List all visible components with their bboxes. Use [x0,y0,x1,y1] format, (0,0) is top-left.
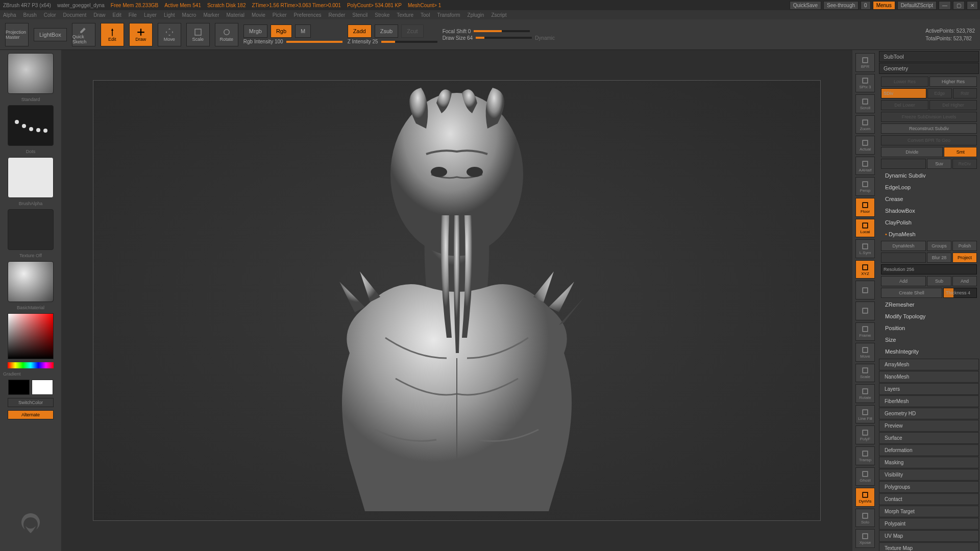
reconstruct-button[interactable]: Reconstruct Subdiv [881,123,977,134]
zcut-button[interactable]: Zcut [401,24,423,38]
dynsub-section[interactable]: Dynamic Subdiv [881,170,977,181]
close-icon[interactable]: ✕ [967,1,978,10]
rgb-intensity-slider[interactable] [286,41,342,43]
palette-uv-map[interactable]: UV Map [879,530,979,542]
zadd-button[interactable]: Zadd [348,24,372,38]
edge-button[interactable]: Edge [927,88,952,98]
sub-button[interactable]: Sub [927,276,951,286]
rotate-mode-button[interactable]: Rotate [215,23,238,46]
and-button[interactable]: And [952,276,977,286]
palette-deformation[interactable]: Deformation [879,444,979,456]
nav-solo[interactable]: Solo [855,509,875,528]
minimize-icon[interactable]: — [939,1,951,10]
menu-movie[interactable]: Movie [252,12,265,18]
claypolish-section[interactable]: ClayPolish [881,217,977,228]
nav-blank[interactable] [855,281,875,299]
nav-spix-3[interactable]: SPix 3 [855,74,875,93]
nav-scale[interactable]: Scale [855,364,875,383]
menu-edit[interactable]: Edit [113,12,121,18]
nav-rotate[interactable]: Rotate [855,384,875,403]
menu-macro[interactable]: Macro [182,12,197,18]
edgeloop-section[interactable]: EdgeLoop [881,182,977,192]
geometry-header[interactable]: Geometry [879,63,979,74]
nav-frame[interactable]: Frame [855,322,875,341]
edit-mode-button[interactable]: Edit [101,23,124,46]
shadowbox-section[interactable]: ShadowBox [881,206,977,216]
subtool-header[interactable]: SubTool [879,51,979,62]
palette-arraymesh[interactable]: ArrayMesh [879,359,979,370]
nav-actual[interactable]: Actual [855,136,875,155]
palette-visibility[interactable]: Visibility [879,469,979,481]
menu-file[interactable]: File [129,12,137,18]
quicksketch-button[interactable]: Quick Sketch [72,23,95,46]
zsub-button[interactable]: Zsub [375,24,398,38]
createshell-button[interactable]: Create Shell [881,288,942,298]
menu-light[interactable]: Light [164,12,175,18]
suv-button[interactable]: Suv [927,159,951,169]
seethrough-label[interactable]: See-through [823,1,859,10]
groups-button[interactable]: Groups [927,241,951,251]
rgb-button[interactable]: Rgb [271,24,292,38]
hue-bar[interactable] [8,362,54,368]
nav-xpose[interactable]: Xpose [855,529,875,548]
stroke-thumb[interactable] [8,105,54,146]
modtopo-section[interactable]: Modify Topology [881,311,977,321]
m-button[interactable]: M [295,24,311,38]
nav-line-fill[interactable]: Line Fill [855,405,875,424]
sdiv-slider[interactable]: SDiv [881,88,926,98]
move-mode-button[interactable]: Move [158,23,181,46]
nav-bpr[interactable]: BPR [855,53,875,72]
resolution-slider[interactable]: Resolution 256 [881,264,977,274]
menu-draw[interactable]: Draw [93,12,105,18]
nav-transp[interactable]: Transp [855,446,875,465]
menu-stroke[interactable]: Stroke [375,12,389,18]
alpha-thumb[interactable] [8,157,54,198]
nav-scroll[interactable]: Scroll [855,94,875,113]
palette-contact[interactable]: Contact [879,493,979,505]
menu-texture[interactable]: Texture [397,12,413,18]
menu-tool[interactable]: Tool [421,12,430,18]
brush-thumb[interactable] [8,53,54,94]
switchcolor-button[interactable]: SwitchColor [8,398,54,407]
nav-floor[interactable]: Floor [855,198,875,217]
lowerres-button[interactable]: Lower Res [881,77,928,87]
divide-button[interactable]: Divide [881,147,943,157]
menu-stencil[interactable]: Stencil [352,12,368,18]
palette-geometry-hd[interactable]: Geometry HD [879,408,979,419]
nav-move[interactable]: Move [855,343,875,362]
nav-blank[interactable] [855,302,875,320]
smt-button[interactable]: Smt [944,147,977,157]
delhigher-button[interactable]: Del Higher [929,100,977,110]
palette-morph-target[interactable]: Morph Target [879,506,979,517]
material-thumb[interactable] [8,261,54,302]
nav-dynvis[interactable]: DynVis [855,488,875,507]
z-intensity-slider[interactable] [381,41,437,43]
dynamesh-section[interactable]: DynaMesh [881,229,977,239]
projection-master-button[interactable]: Projection Master [5,23,29,46]
menu-marker[interactable]: Marker [203,12,219,18]
palette-texture-map[interactable]: Texture Map [879,542,979,551]
menu-material[interactable]: Material [227,12,245,18]
mrgb-button[interactable]: Mrgb [243,24,267,38]
freeze-button[interactable]: Freeze SubDivision Levels [881,112,977,122]
convert-button[interactable]: Convert BPR To Geo [881,135,977,145]
scale-mode-button[interactable]: Scale [186,23,210,46]
draw-mode-button[interactable]: Draw [129,23,153,46]
menu-document[interactable]: Document [63,12,87,18]
dellower-button[interactable]: Del Lower [881,100,928,110]
texture-thumb[interactable] [8,209,54,250]
quicksave-button[interactable]: QuickSave [790,1,821,10]
project-button[interactable]: Project [952,253,977,263]
script-button[interactable]: DefaultZScript [897,1,937,10]
palette-layers[interactable]: Layers [879,383,979,395]
palette-surface[interactable]: Surface [879,432,979,444]
palette-nanomesh[interactable]: NanoMesh [879,371,979,383]
thickness-slider[interactable]: Thickness 4 [943,288,977,298]
maximize-icon[interactable]: ▢ [953,1,965,10]
palette-fibermesh[interactable]: FiberMesh [879,395,979,407]
rediv-button[interactable]: ReDiv [952,159,977,169]
palette-polypaint[interactable]: Polypaint [879,518,979,530]
color-picker[interactable] [8,313,54,359]
menu-transform[interactable]: Transform [437,12,460,18]
nav-aahalf[interactable]: AAHalf [855,157,875,176]
